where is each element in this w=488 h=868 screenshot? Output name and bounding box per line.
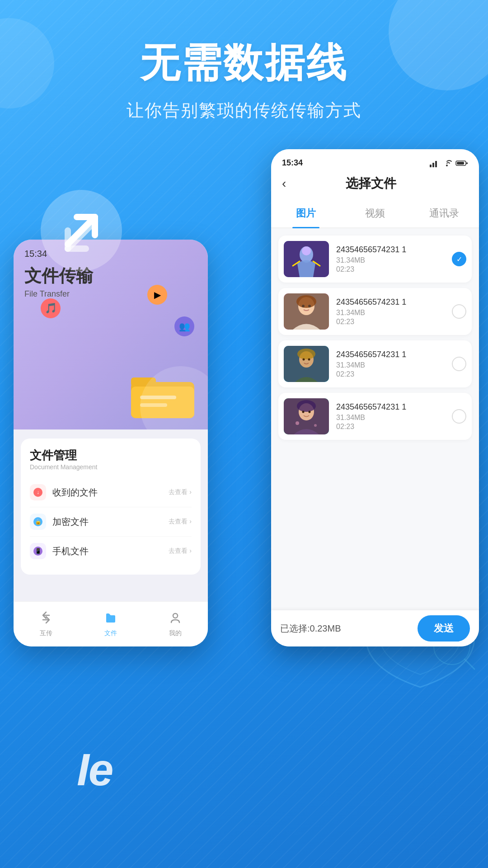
right-phone-header: 15:34 ‹ 选择文件 bbox=[271, 149, 479, 199]
file-name-2: 24354656574231 1 bbox=[336, 297, 452, 307]
file-check-1[interactable]: ✓ bbox=[452, 252, 466, 266]
nav-item-mine[interactable]: 我的 bbox=[169, 611, 182, 637]
nav-bar: ‹ 选择文件 bbox=[282, 175, 468, 199]
file-thumbnail-3 bbox=[284, 346, 329, 382]
file-item-arrow-phone: 去查看 › bbox=[169, 547, 192, 555]
send-button[interactable]: 发送 bbox=[418, 615, 470, 642]
file-item-arrow-encrypted: 去查看 › bbox=[169, 518, 192, 526]
file-duration-4: 02:23 bbox=[336, 423, 452, 431]
svg-rect-3 bbox=[131, 387, 194, 418]
file-info-1: 24354656574231 1 31.34MB 02:23 bbox=[336, 245, 452, 274]
file-duration-2: 02:23 bbox=[336, 318, 452, 326]
svg-point-16 bbox=[446, 165, 448, 166]
svg-text:🔒: 🔒 bbox=[35, 518, 42, 525]
file-info-3: 24354656574231 1 31.34MB 02:23 bbox=[336, 350, 452, 378]
svg-text:↓: ↓ bbox=[37, 489, 39, 495]
phones-container: 15:34 文件传输 File Transfer 🎵 ▶ 👥 bbox=[0, 149, 488, 737]
tabs-row: 图片 视频 通讯录 bbox=[271, 199, 479, 228]
nav-item-files[interactable]: 文件 bbox=[104, 611, 117, 637]
file-name-4: 24354656574231 1 bbox=[336, 402, 452, 412]
svg-point-31 bbox=[303, 359, 305, 361]
bottom-nav-left: 互传 文件 我的 bbox=[14, 601, 208, 646]
mine-icon bbox=[169, 611, 182, 627]
file-list: 24354656574231 1 31.34MB 02:23 ✓ bbox=[271, 228, 479, 635]
status-bar: 15:34 bbox=[282, 158, 468, 168]
file-mgmt-section: 文件管理 Document Management ↓ 收到的文件 去查看 › 🔒… bbox=[21, 439, 201, 575]
file-check-2[interactable] bbox=[452, 304, 466, 319]
file-info-4: 24354656574231 1 31.34MB 02:23 bbox=[336, 402, 452, 431]
svg-point-37 bbox=[309, 411, 311, 413]
file-thumbnail-4 bbox=[284, 398, 329, 434]
nav-label-transfer: 互传 bbox=[40, 629, 52, 637]
list-item[interactable]: 24354656574231 1 31.34MB 02:23 ✓ bbox=[278, 236, 472, 283]
right-phone-time: 15:34 bbox=[282, 158, 303, 168]
list-item[interactable]: 24354656574231 1 31.34MB 02:23 bbox=[278, 288, 472, 335]
svg-point-12 bbox=[173, 613, 178, 618]
float-icon-contact: 👥 bbox=[174, 316, 194, 336]
file-duration-3: 02:23 bbox=[336, 370, 452, 378]
float-icon-music: 🎵 bbox=[41, 298, 61, 318]
file-size-2: 31.34MB bbox=[336, 309, 452, 317]
nav-item-transfer[interactable]: 互传 bbox=[39, 611, 53, 637]
svg-rect-15 bbox=[435, 161, 437, 167]
file-name-3: 24354656574231 1 bbox=[336, 350, 452, 359]
nav-label-files: 文件 bbox=[104, 629, 117, 637]
left-phone-title-en: File Transfer bbox=[24, 289, 197, 299]
list-item[interactable]: 📱 手机文件 去查看 › bbox=[30, 537, 192, 566]
svg-text:📱: 📱 bbox=[35, 547, 42, 554]
right-phone: 15:34 ‹ 选择文件 图片 视频 通讯录 bbox=[271, 149, 479, 646]
svg-point-32 bbox=[308, 359, 310, 361]
file-mgmt-title-en: Document Management bbox=[30, 463, 192, 471]
file-size-4: 31.34MB bbox=[336, 414, 452, 422]
list-item[interactable]: 24354656574231 1 31.34MB 02:23 bbox=[278, 340, 472, 387]
file-info-2: 24354656574231 1 31.34MB 02:23 bbox=[336, 297, 452, 326]
svg-line-44 bbox=[465, 659, 474, 669]
svg-rect-4 bbox=[140, 396, 176, 399]
list-item[interactable]: ↓ 收到的文件 去查看 › bbox=[30, 478, 192, 507]
file-check-3[interactable] bbox=[452, 357, 466, 371]
selected-size-text: 已选择:0.23MB bbox=[280, 623, 418, 635]
svg-point-35 bbox=[297, 400, 316, 412]
left-phone: 15:34 文件传输 File Transfer 🎵 ▶ 👥 bbox=[14, 240, 208, 646]
svg-rect-5 bbox=[140, 403, 167, 407]
svg-rect-13 bbox=[430, 165, 432, 167]
file-item-icon-encrypted: 🔒 bbox=[30, 514, 46, 530]
right-phone-title: 选择文件 bbox=[293, 175, 448, 192]
files-icon bbox=[104, 611, 117, 627]
file-size-1: 31.34MB bbox=[336, 256, 452, 264]
file-item-icon-phone: 📱 bbox=[30, 543, 46, 559]
list-item[interactable]: 🔒 加密文件 去查看 › bbox=[30, 507, 192, 537]
float-icon-video: ▶ bbox=[147, 285, 167, 305]
svg-point-38 bbox=[296, 421, 299, 425]
file-item-label-encrypted: 加密文件 bbox=[52, 516, 169, 528]
file-thumbnail-1 bbox=[284, 241, 329, 277]
svg-rect-2 bbox=[131, 377, 156, 387]
svg-rect-19 bbox=[466, 162, 468, 164]
file-name-1: 24354656574231 1 bbox=[336, 245, 452, 255]
svg-point-27 bbox=[308, 305, 311, 307]
file-check-4[interactable] bbox=[452, 409, 466, 424]
svg-point-30 bbox=[297, 349, 315, 359]
file-item-arrow-received: 去查看 › bbox=[169, 488, 192, 496]
svg-rect-18 bbox=[457, 162, 464, 165]
file-item-label-received: 收到的文件 bbox=[52, 486, 169, 499]
file-item-icon-received: ↓ bbox=[30, 484, 46, 500]
tab-videos[interactable]: 视频 bbox=[340, 199, 409, 227]
svg-point-39 bbox=[314, 424, 317, 427]
share-icon bbox=[36, 185, 127, 276]
list-item[interactable]: 24354656574231 1 31.34MB 02:23 bbox=[278, 393, 472, 440]
sub-title: 让你告别繁琐的传统传输方式 bbox=[127, 99, 361, 122]
file-mgmt-title-cn: 文件管理 bbox=[30, 448, 192, 463]
tab-contacts[interactable]: 通讯录 bbox=[410, 199, 479, 227]
folder-illustration bbox=[127, 366, 199, 420]
svg-point-26 bbox=[302, 305, 305, 307]
svg-point-36 bbox=[302, 411, 305, 413]
bottom-bar-right: 已选择:0.23MB 发送 bbox=[271, 610, 479, 646]
status-icons bbox=[429, 159, 468, 167]
main-title: 无需数据线 bbox=[140, 36, 348, 90]
bottom-logo: Ie bbox=[77, 744, 113, 796]
tab-images[interactable]: 图片 bbox=[271, 199, 340, 227]
back-button[interactable]: ‹ bbox=[282, 176, 286, 191]
file-size-3: 31.34MB bbox=[336, 361, 452, 369]
svg-rect-14 bbox=[432, 163, 434, 167]
